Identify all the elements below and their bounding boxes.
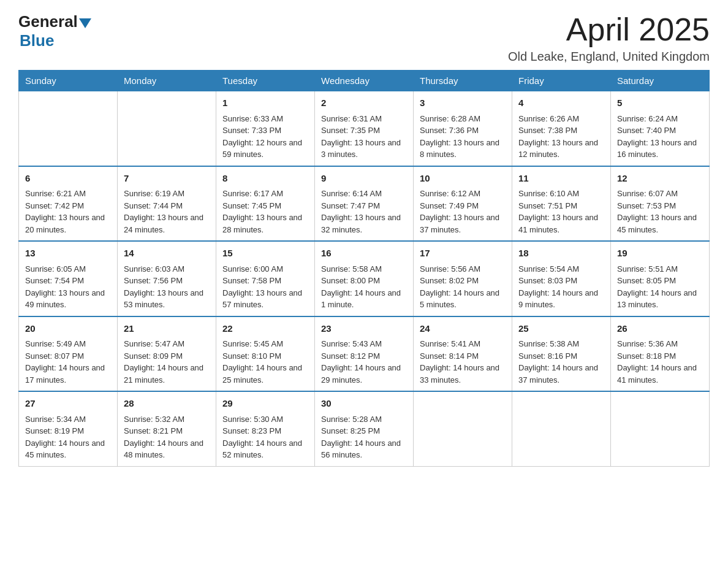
day-info: Sunrise: 5:54 AMSunset: 8:03 PMDaylight:… [518,263,604,311]
calendar-cell: 3Sunrise: 6:28 AMSunset: 7:36 PMDaylight… [414,91,512,166]
day-number: 22 [222,322,308,336]
day-info: Sunrise: 5:47 AMSunset: 8:09 PMDaylight:… [124,338,210,386]
calendar-cell [611,391,710,466]
calendar-cell: 26Sunrise: 5:36 AMSunset: 8:18 PMDayligh… [611,316,710,392]
calendar-cell: 14Sunrise: 6:03 AMSunset: 7:56 PMDayligh… [118,241,216,316]
day-info: Sunrise: 6:03 AMSunset: 7:56 PMDaylight:… [124,263,210,311]
calendar-header-sunday: Sunday [19,71,118,91]
calendar-header-tuesday: Tuesday [216,71,315,91]
calendar-cell: 28Sunrise: 5:32 AMSunset: 8:21 PMDayligh… [118,391,216,466]
day-info: Sunrise: 5:45 AMSunset: 8:10 PMDaylight:… [222,338,308,386]
logo: General Blue [18,12,91,50]
calendar-cell: 29Sunrise: 5:30 AMSunset: 8:23 PMDayligh… [216,391,315,466]
day-number: 18 [518,247,604,261]
calendar-cell: 2Sunrise: 6:31 AMSunset: 7:35 PMDaylight… [315,91,414,166]
calendar-header-monday: Monday [118,71,216,91]
month-title: April 2025 [508,12,710,47]
calendar-cell: 22Sunrise: 5:45 AMSunset: 8:10 PMDayligh… [216,316,315,392]
day-number: 7 [124,172,210,186]
day-info: Sunrise: 6:21 AMSunset: 7:42 PMDaylight:… [25,188,111,236]
day-info: Sunrise: 6:24 AMSunset: 7:40 PMDaylight:… [617,113,703,161]
day-info: Sunrise: 5:41 AMSunset: 8:14 PMDaylight:… [420,338,506,386]
day-number: 15 [222,247,308,261]
day-info: Sunrise: 5:58 AMSunset: 8:00 PMDaylight:… [321,263,407,311]
calendar-cell: 11Sunrise: 6:10 AMSunset: 7:51 PMDayligh… [512,166,611,242]
calendar-cell: 8Sunrise: 6:17 AMSunset: 7:45 PMDaylight… [216,166,315,242]
day-info: Sunrise: 6:28 AMSunset: 7:36 PMDaylight:… [420,113,506,161]
calendar-cell: 24Sunrise: 5:41 AMSunset: 8:14 PMDayligh… [414,316,512,392]
day-info: Sunrise: 6:10 AMSunset: 7:51 PMDaylight:… [518,188,604,236]
calendar-cell: 1Sunrise: 6:33 AMSunset: 7:33 PMDaylight… [216,91,315,166]
calendar-cell: 12Sunrise: 6:07 AMSunset: 7:53 PMDayligh… [611,166,710,242]
day-number: 19 [617,247,703,261]
logo-blue-text: Blue [20,31,54,50]
calendar-cell: 27Sunrise: 5:34 AMSunset: 8:19 PMDayligh… [19,391,118,466]
calendar-header-wednesday: Wednesday [315,71,414,91]
day-number: 3 [420,96,506,110]
calendar-cell: 23Sunrise: 5:43 AMSunset: 8:12 PMDayligh… [315,316,414,392]
day-info: Sunrise: 6:12 AMSunset: 7:49 PMDaylight:… [420,188,506,236]
day-number: 23 [321,322,407,336]
day-info: Sunrise: 5:38 AMSunset: 8:16 PMDaylight:… [518,338,604,386]
day-number: 28 [124,397,210,411]
calendar-cell: 5Sunrise: 6:24 AMSunset: 7:40 PMDaylight… [611,91,710,166]
calendar-cell: 7Sunrise: 6:19 AMSunset: 7:44 PMDaylight… [118,166,216,242]
calendar-cell: 16Sunrise: 5:58 AMSunset: 8:00 PMDayligh… [315,241,414,316]
calendar-cell: 17Sunrise: 5:56 AMSunset: 8:02 PMDayligh… [414,241,512,316]
day-info: Sunrise: 5:30 AMSunset: 8:23 PMDaylight:… [222,413,308,461]
calendar-cell: 15Sunrise: 6:00 AMSunset: 7:58 PMDayligh… [216,241,315,316]
day-number: 26 [617,322,703,336]
logo-arrow-icon [79,18,91,28]
day-number: 21 [124,322,210,336]
day-info: Sunrise: 6:33 AMSunset: 7:33 PMDaylight:… [222,113,308,161]
day-info: Sunrise: 5:34 AMSunset: 8:19 PMDaylight:… [25,413,111,461]
day-number: 8 [222,172,308,186]
day-number: 14 [124,247,210,261]
day-number: 13 [25,247,111,261]
day-info: Sunrise: 5:49 AMSunset: 8:07 PMDaylight:… [25,338,111,386]
day-info: Sunrise: 5:32 AMSunset: 8:21 PMDaylight:… [124,413,210,461]
day-number: 27 [25,397,111,411]
day-number: 24 [420,322,506,336]
day-info: Sunrise: 5:43 AMSunset: 8:12 PMDaylight:… [321,338,407,386]
day-number: 1 [222,96,308,110]
calendar-header-saturday: Saturday [611,71,710,91]
calendar-cell: 21Sunrise: 5:47 AMSunset: 8:09 PMDayligh… [118,316,216,392]
day-info: Sunrise: 6:19 AMSunset: 7:44 PMDaylight:… [124,188,210,236]
day-info: Sunrise: 6:31 AMSunset: 7:35 PMDaylight:… [321,113,407,161]
day-info: Sunrise: 6:26 AMSunset: 7:38 PMDaylight:… [518,113,604,161]
calendar-cell: 4Sunrise: 6:26 AMSunset: 7:38 PMDaylight… [512,91,611,166]
title-section: April 2025 Old Leake, England, United Ki… [508,12,710,64]
calendar-cell: 19Sunrise: 5:51 AMSunset: 8:05 PMDayligh… [611,241,710,316]
calendar-cell: 6Sunrise: 6:21 AMSunset: 7:42 PMDaylight… [19,166,118,242]
calendar-cell: 25Sunrise: 5:38 AMSunset: 8:16 PMDayligh… [512,316,611,392]
logo-general-text: General [18,12,78,31]
day-number: 11 [518,172,604,186]
calendar-cell [118,91,216,166]
calendar-cell [512,391,611,466]
day-number: 5 [617,96,703,110]
day-number: 12 [617,172,703,186]
day-number: 10 [420,172,506,186]
calendar-cell [19,91,118,166]
calendar-cell: 13Sunrise: 6:05 AMSunset: 7:54 PMDayligh… [19,241,118,316]
calendar-cell: 30Sunrise: 5:28 AMSunset: 8:25 PMDayligh… [315,391,414,466]
calendar-cell: 18Sunrise: 5:54 AMSunset: 8:03 PMDayligh… [512,241,611,316]
day-number: 4 [518,96,604,110]
calendar-header-thursday: Thursday [414,71,512,91]
day-info: Sunrise: 6:07 AMSunset: 7:53 PMDaylight:… [617,188,703,236]
calendar-header-friday: Friday [512,71,611,91]
day-info: Sunrise: 6:00 AMSunset: 7:58 PMDaylight:… [222,263,308,311]
calendar-table: SundayMondayTuesdayWednesdayThursdayFrid… [18,70,710,467]
day-number: 2 [321,96,407,110]
day-info: Sunrise: 5:51 AMSunset: 8:05 PMDaylight:… [617,263,703,311]
day-number: 9 [321,172,407,186]
day-number: 16 [321,247,407,261]
day-number: 25 [518,322,604,336]
location-subtitle: Old Leake, England, United Kingdom [508,50,710,64]
day-info: Sunrise: 5:28 AMSunset: 8:25 PMDaylight:… [321,413,407,461]
day-info: Sunrise: 6:14 AMSunset: 7:47 PMDaylight:… [321,188,407,236]
calendar-cell [414,391,512,466]
day-number: 17 [420,247,506,261]
day-number: 20 [25,322,111,336]
